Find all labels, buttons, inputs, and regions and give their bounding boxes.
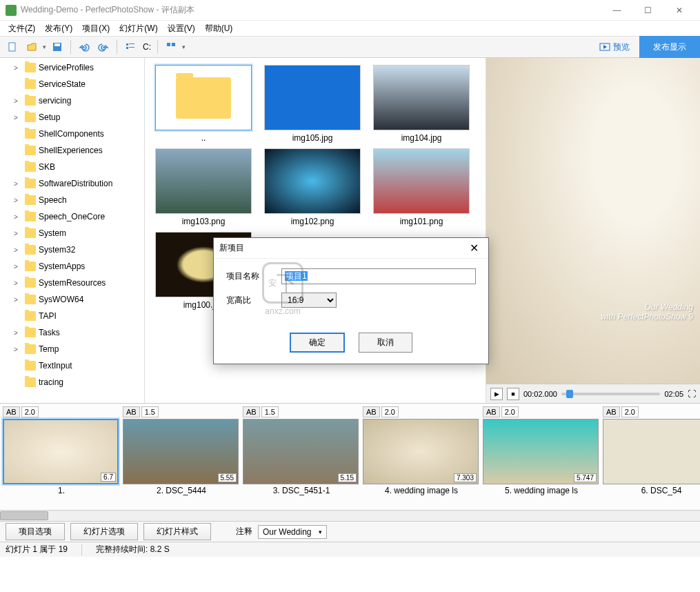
- file-thumb[interactable]: img102.png: [261, 148, 364, 226]
- menubar: 文件(Z) 发布(Y) 项目(X) 幻灯片(W) 设置(V) 帮助(U): [0, 21, 700, 36]
- seek-handle[interactable]: [566, 390, 573, 398]
- new-button[interactable]: [4, 39, 21, 55]
- tree-item[interactable]: TextInput: [0, 357, 144, 374]
- play-button[interactable]: ▶: [490, 388, 503, 400]
- slide-image: 7.303: [363, 419, 479, 484]
- file-thumb[interactable]: ..: [152, 65, 255, 143]
- transition-badge[interactable]: AB: [243, 406, 260, 417]
- note-combo[interactable]: Our Wedding ▾: [258, 525, 327, 539]
- transition-badge[interactable]: AB: [363, 406, 380, 417]
- save-button[interactable]: [49, 39, 66, 55]
- menu-help[interactable]: 帮助(U): [201, 21, 237, 36]
- status-slide-pos: 幻灯片 1 属于 19: [6, 544, 68, 555]
- transition-badge[interactable]: AB: [603, 406, 620, 417]
- tree-item[interactable]: ShellComponents: [0, 126, 144, 142]
- tree-item[interactable]: >Speech_OneCore: [0, 208, 144, 225]
- tree-item[interactable]: >SysWOW64: [0, 291, 144, 308]
- timeline-slide[interactable]: AB2.0 6.7 1.: [3, 406, 120, 495]
- cancel-button[interactable]: 取消: [359, 333, 412, 353]
- tree-toggle-button[interactable]: [122, 39, 139, 55]
- tree-item[interactable]: >Speech: [0, 192, 144, 208]
- view-dropdown-icon[interactable]: ▾: [182, 43, 186, 50]
- scrollbar-thumb[interactable]: [0, 511, 48, 520]
- close-button[interactable]: ✕: [663, 1, 694, 20]
- transition-duration[interactable]: 1.5: [141, 406, 159, 417]
- file-thumb[interactable]: img104.jpg: [370, 65, 473, 143]
- publish-button[interactable]: 发布显示: [639, 36, 700, 58]
- tree-item[interactable]: >ServiceProfiles: [0, 59, 144, 76]
- thumb-name: img101.png: [370, 217, 473, 226]
- timeline-slide[interactable]: AB2.0 7.303 4. wedding image ls: [363, 406, 480, 495]
- timeline-slide[interactable]: AB2.0 6. DSC_54: [603, 406, 700, 495]
- menu-publish[interactable]: 发布(Y): [41, 21, 77, 36]
- preview-button[interactable]: 预览: [592, 41, 637, 53]
- project-options-button[interactable]: 项目选项: [6, 523, 65, 540]
- tree-item[interactable]: ServiceState: [0, 76, 144, 92]
- tree-item[interactable]: >Temp: [0, 341, 144, 357]
- redo-button[interactable]: [95, 39, 112, 55]
- svg-rect-8: [172, 43, 175, 46]
- tree-item[interactable]: >SystemResources: [0, 275, 144, 291]
- transition-duration[interactable]: 1.5: [261, 406, 279, 417]
- transition-duration[interactable]: 2.0: [621, 406, 639, 417]
- tree-item[interactable]: >SystemApps: [0, 258, 144, 275]
- timeline-scrollbar[interactable]: [0, 510, 700, 521]
- undo-button[interactable]: [76, 39, 92, 55]
- tree-arrow-icon: >: [14, 97, 22, 105]
- transition-duration[interactable]: 2.0: [501, 406, 519, 417]
- tree-label: SysWOW64: [39, 295, 83, 304]
- tree-label: ShellComponents: [39, 129, 104, 139]
- timeline-slide[interactable]: AB1.5 5.15 3. DSC_5451-1: [243, 406, 360, 495]
- timeline[interactable]: AB2.0 6.7 1.AB1.5 5.55 2. DSC_5444AB1.5 …: [0, 403, 700, 510]
- tree-item[interactable]: tracing: [0, 374, 144, 391]
- view-mode-button[interactable]: [163, 39, 179, 55]
- tree-item[interactable]: >System32: [0, 241, 144, 258]
- seek-track[interactable]: [561, 393, 661, 395]
- tree-item[interactable]: ShellExperiences: [0, 142, 144, 159]
- tree-item[interactable]: >Tasks: [0, 324, 144, 341]
- svg-rect-3: [126, 43, 128, 46]
- transition-duration[interactable]: 2.0: [21, 406, 39, 417]
- folder-tree[interactable]: >ServiceProfiles ServiceState>servicing>…: [0, 58, 145, 403]
- file-thumb[interactable]: img103.png: [152, 148, 255, 226]
- svg-rect-0: [9, 43, 15, 51]
- thumb-image: [373, 148, 470, 214]
- toolbar: ▾ C: ▾ 预览 发布显示: [0, 36, 700, 58]
- stop-button[interactable]: ■: [507, 388, 519, 400]
- transition-badge[interactable]: AB: [123, 406, 140, 417]
- menu-file[interactable]: 文件(Z): [4, 21, 39, 36]
- tree-item[interactable]: >System: [0, 225, 144, 241]
- menu-settings[interactable]: 设置(V): [163, 21, 199, 36]
- transition-duration[interactable]: 2.0: [381, 406, 399, 417]
- timeline-slide[interactable]: AB1.5 5.55 2. DSC_5444: [123, 406, 240, 495]
- project-name-input[interactable]: 项目1: [281, 268, 476, 284]
- tree-item[interactable]: >Setup: [0, 109, 144, 126]
- transition-badge[interactable]: AB: [483, 406, 500, 417]
- file-thumb[interactable]: img101.png: [370, 148, 473, 226]
- tree-label: Tasks: [39, 328, 60, 337]
- file-thumb[interactable]: img105.jpg: [261, 65, 364, 143]
- slide-style-button[interactable]: 幻灯片样式: [143, 523, 211, 540]
- aspect-ratio-select[interactable]: 16:9: [281, 293, 337, 308]
- folder-icon: [25, 179, 36, 188]
- slide-label: 6. DSC_54: [603, 486, 700, 495]
- tree-item[interactable]: >SoftwareDistribution: [0, 175, 144, 192]
- transition-badge[interactable]: AB: [3, 406, 20, 417]
- menu-project[interactable]: 项目(X): [78, 21, 114, 36]
- open-dropdown-icon[interactable]: ▾: [43, 43, 46, 50]
- tree-item[interactable]: TAPI: [0, 308, 144, 324]
- tree-item[interactable]: SKB: [0, 159, 144, 175]
- menu-slide[interactable]: 幻灯片(W): [115, 21, 161, 36]
- dialog-close-button[interactable]: ✕: [466, 241, 483, 255]
- slide-options-button[interactable]: 幻灯片选项: [70, 523, 138, 540]
- tree-arrow-icon: [14, 130, 22, 138]
- drive-label[interactable]: C:: [141, 42, 152, 52]
- ok-button[interactable]: 确定: [290, 333, 345, 353]
- minimize-button[interactable]: —: [601, 1, 632, 20]
- slide-duration-badge: 5.747: [574, 473, 597, 482]
- tree-item[interactable]: >servicing: [0, 92, 144, 109]
- fullscreen-icon[interactable]: ⛶: [688, 389, 696, 399]
- open-button[interactable]: [23, 39, 40, 55]
- maximize-button[interactable]: ☐: [632, 1, 663, 20]
- timeline-slide[interactable]: AB2.0 5.747 5. wedding image ls: [483, 406, 600, 495]
